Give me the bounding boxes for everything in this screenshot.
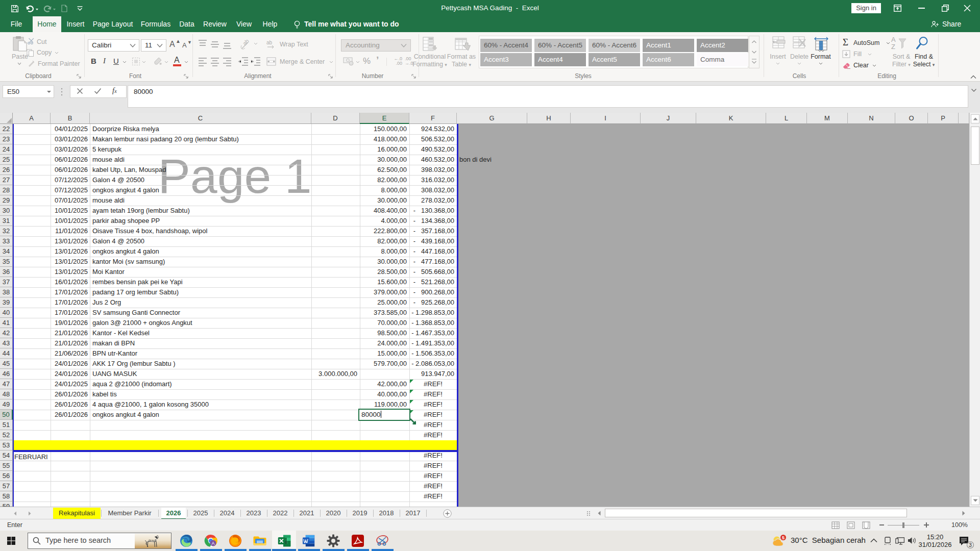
svg-text:ab: ab (266, 40, 273, 45)
svg-text:5: 5 (782, 535, 785, 540)
svg-text:ab: ab (241, 39, 250, 46)
svg-text:A: A (211, 541, 214, 546)
svg-text:3: 3 (969, 542, 972, 548)
